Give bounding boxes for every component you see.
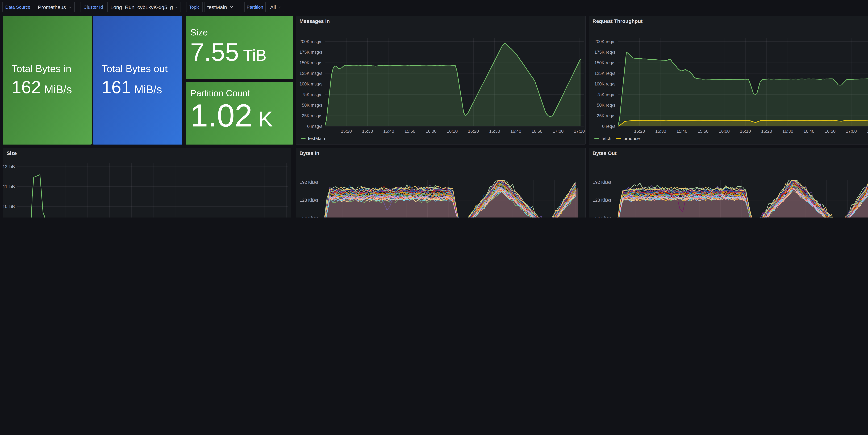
- svg-text:100K msg/s: 100K msg/s: [299, 81, 322, 86]
- svg-text:0 msg/s: 0 msg/s: [307, 124, 322, 128]
- svg-text:15:40: 15:40: [383, 128, 394, 134]
- svg-text:15:50: 15:50: [404, 128, 415, 134]
- svg-text:15:30: 15:30: [362, 128, 373, 134]
- svg-text:17:00: 17:00: [846, 128, 857, 134]
- svg-text:11 TiB: 11 TiB: [3, 184, 15, 189]
- svg-text:12 TiB: 12 TiB: [3, 164, 15, 169]
- svg-text:100K req/s: 100K req/s: [594, 81, 615, 86]
- svg-text:17:10: 17:10: [867, 128, 868, 134]
- svg-text:125K req/s: 125K req/s: [594, 71, 615, 76]
- svg-text:16:00: 16:00: [426, 128, 436, 134]
- svg-text:64 KiB/s: 64 KiB/s: [595, 216, 611, 218]
- svg-text:64 KiB/s: 64 KiB/s: [302, 216, 318, 218]
- svg-text:16:50: 16:50: [531, 128, 542, 134]
- svg-text:16:40: 16:40: [510, 128, 521, 134]
- svg-text:0 req/s: 0 req/s: [602, 124, 615, 128]
- svg-text:175K msg/s: 175K msg/s: [299, 50, 322, 54]
- svg-text:128 KiB/s: 128 KiB/s: [300, 198, 318, 203]
- svg-text:16:10: 16:10: [447, 128, 458, 134]
- svg-text:192 KiB/s: 192 KiB/s: [300, 180, 318, 185]
- svg-text:17:00: 17:00: [553, 128, 563, 134]
- svg-text:150K req/s: 150K req/s: [594, 60, 615, 65]
- svg-text:200K req/s: 200K req/s: [594, 39, 615, 44]
- svg-text:15:50: 15:50: [698, 128, 709, 134]
- svg-text:75K msg/s: 75K msg/s: [302, 92, 322, 97]
- svg-text:16:20: 16:20: [761, 128, 772, 134]
- svg-text:15:30: 15:30: [655, 128, 666, 134]
- svg-text:150K msg/s: 150K msg/s: [299, 60, 322, 65]
- svg-text:128 KiB/s: 128 KiB/s: [593, 198, 611, 203]
- svg-text:16:10: 16:10: [740, 128, 751, 134]
- svg-text:15:20: 15:20: [341, 128, 352, 134]
- svg-text:200K msg/s: 200K msg/s: [299, 39, 322, 44]
- svg-text:50K msg/s: 50K msg/s: [302, 103, 322, 107]
- svg-text:50K req/s: 50K req/s: [597, 103, 615, 107]
- svg-text:16:40: 16:40: [803, 128, 814, 134]
- svg-text:175K req/s: 175K req/s: [594, 50, 615, 54]
- svg-text:16:20: 16:20: [468, 128, 479, 134]
- svg-text:16:50: 16:50: [825, 128, 836, 134]
- svg-text:16:00: 16:00: [719, 128, 730, 134]
- svg-text:125K msg/s: 125K msg/s: [299, 71, 322, 76]
- svg-text:75K req/s: 75K req/s: [597, 92, 615, 97]
- svg-text:25K msg/s: 25K msg/s: [302, 113, 322, 118]
- svg-text:25K req/s: 25K req/s: [597, 113, 615, 118]
- svg-text:192 KiB/s: 192 KiB/s: [593, 180, 611, 185]
- svg-text:17:10: 17:10: [574, 128, 585, 134]
- svg-text:16:30: 16:30: [782, 128, 793, 134]
- svg-text:15:40: 15:40: [676, 128, 687, 134]
- svg-text:15:20: 15:20: [634, 128, 645, 134]
- svg-text:16:30: 16:30: [489, 128, 500, 134]
- svg-text:10 TiB: 10 TiB: [3, 204, 15, 209]
